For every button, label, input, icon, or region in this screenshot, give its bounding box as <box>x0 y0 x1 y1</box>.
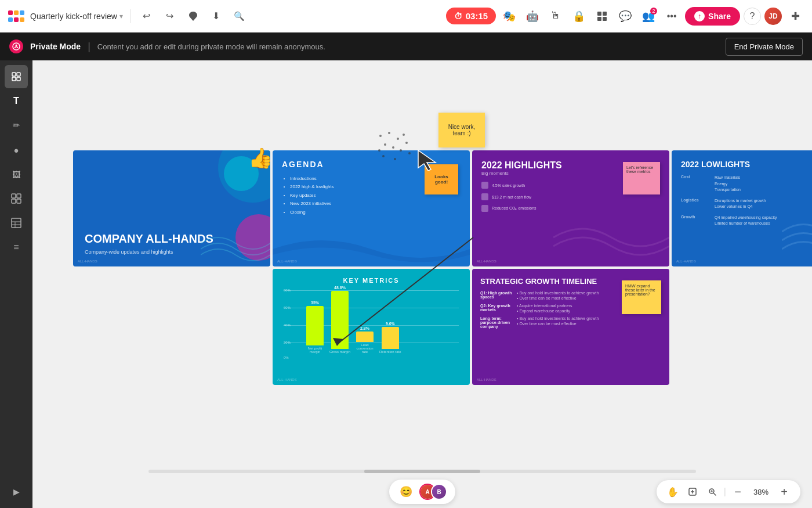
bar-group: 9.0% Retention rate <box>379 322 401 354</box>
users-button[interactable]: 👥 2 <box>639 6 658 26</box>
sidebar-item-text[interactable]: T <box>5 89 28 113</box>
sticky-pink-reference[interactable]: Let's reference these metrics <box>623 162 660 194</box>
nav-right-section: ⏱ 03:15 🎭 🤖 🖱 🔒 💬 👥 2 ••• ↑ Share ? JD <box>446 6 805 26</box>
slides-grid: COMPANY ALL-HANDS Company-wide updates a… <box>73 150 812 385</box>
search-button[interactable]: 🔍 <box>230 7 249 26</box>
user-avatar[interactable]: JD <box>764 8 782 25</box>
floating-sticky-nice-work[interactable]: Nice work, team :) <box>438 113 485 147</box>
chart-bar <box>306 306 324 345</box>
svg-point-28 <box>392 146 394 149</box>
zoom-percentage: 38% <box>749 488 773 496</box>
slide-footer: ALL-HANDS <box>277 378 297 381</box>
private-mode-bar: Private Mode | Content you add or edit d… <box>0 33 812 60</box>
save-button[interactable] <box>184 7 202 26</box>
scrollbar-thumb[interactable] <box>364 470 480 473</box>
grid-view-button[interactable] <box>592 6 612 26</box>
chart-bar <box>331 291 349 349</box>
end-private-mode-button[interactable]: End Private Mode <box>726 38 803 56</box>
slide-key-metrics[interactable]: KEY METRICS 80% 60% 40% 20% 0% <box>273 269 470 385</box>
sidebar-item-list[interactable]: ≡ <box>5 236 28 259</box>
svg-rect-19 <box>17 199 21 203</box>
svg-rect-14 <box>12 77 16 81</box>
cursor-decoration <box>415 147 438 173</box>
growth-row: Long-term: purpose-driven company • Buy … <box>480 316 661 329</box>
scatter-decoration <box>375 130 421 167</box>
robot-button[interactable]: 🤖 <box>523 6 542 26</box>
zoom-separator: | <box>724 487 726 497</box>
wave-decoration <box>201 220 270 266</box>
agenda-item: Closing <box>290 208 461 217</box>
slide-strategic-growth[interactable]: HMW expand these later in the presentati… <box>472 269 669 385</box>
bar-group: 2.8% Lead conversion rate <box>354 326 376 354</box>
zoom-out-button[interactable]: − <box>730 484 746 500</box>
sidebar-item-frames[interactable] <box>5 65 28 88</box>
slide-key-metrics-title: KEY METRICS <box>281 277 462 284</box>
svg-rect-3 <box>8 17 13 22</box>
collaborator-avatars: A B <box>419 484 447 500</box>
chart-bar <box>356 332 374 342</box>
timer-icon: ⏱ <box>454 12 462 21</box>
sidebar-item-more[interactable]: ▶ <box>5 480 28 503</box>
more-options-button[interactable]: ••• <box>662 6 682 26</box>
redo-button[interactable]: ↪ <box>161 7 179 26</box>
lock-button[interactable]: 🔒 <box>569 6 589 26</box>
app-logo[interactable] <box>7 7 26 26</box>
sticky-yellow-hmw[interactable]: HMW expand these later in the presentati… <box>622 280 661 314</box>
timer-button[interactable]: ⏱ 03:15 <box>446 8 496 24</box>
horizontal-scrollbar[interactable] <box>148 470 696 473</box>
slide-highlights[interactable]: Let's reference these metrics 2022 HIGHL… <box>472 150 669 266</box>
svg-rect-4 <box>14 17 19 22</box>
svg-rect-12 <box>12 73 16 76</box>
slide-footer: ALL-HANDS <box>477 260 496 263</box>
svg-point-24 <box>379 135 382 137</box>
slide-company-all-hands[interactable]: COMPANY ALL-HANDS Company-wide updates a… <box>73 150 270 266</box>
share-button[interactable]: ↑ Share <box>685 7 740 26</box>
hand-tool-button[interactable]: ✋ <box>665 484 681 500</box>
svg-point-11 <box>16 45 17 46</box>
comment-button[interactable]: 💬 <box>615 6 635 26</box>
cursor-button[interactable]: 🖱 <box>546 6 566 26</box>
add-collaborator-button[interactable]: ✚ <box>785 6 805 26</box>
bar-group: 35% Net profit margin <box>304 301 326 354</box>
bar-chart: 35% Net profit margin 48.8% Gross margin… <box>304 286 401 354</box>
svg-rect-16 <box>12 194 16 198</box>
svg-point-30 <box>403 134 405 136</box>
private-mode-separator: | <box>88 41 90 53</box>
download-button[interactable]: ⬇ <box>207 7 226 26</box>
highlights-wave <box>553 208 669 266</box>
nav-divider <box>130 9 130 23</box>
fit-to-screen-button[interactable] <box>684 484 701 500</box>
bottom-toolbar: 😊 A B ✋ <box>32 475 812 508</box>
svg-point-26 <box>397 138 399 140</box>
zoom-to-fit-button[interactable] <box>704 484 720 500</box>
svg-rect-1 <box>14 10 19 15</box>
sidebar-item-table[interactable] <box>5 211 28 235</box>
svg-marker-36 <box>418 150 436 171</box>
presentation-mode-button[interactable]: 🎭 <box>499 6 519 26</box>
sidebar-item-shapes[interactable]: ● <box>5 138 28 161</box>
collaborator-avatar-2[interactable]: B <box>431 484 447 500</box>
emoji-reaction-button[interactable]: 😊 <box>397 483 415 500</box>
sidebar-item-draw[interactable]: ✏ <box>5 114 28 137</box>
svg-rect-5 <box>20 17 24 22</box>
help-button[interactable]: ? <box>744 8 761 25</box>
left-sidebar: T ✏ ● 🖼 ≡ ▶ <box>0 60 32 508</box>
lowlight-row: Cost Raw materialsEnergyTransportation <box>681 175 812 193</box>
main-layout: T ✏ ● 🖼 ≡ ▶ Nice work, team :) <box>0 60 812 508</box>
zoom-in-button[interactable]: + <box>776 484 792 500</box>
svg-point-34 <box>408 152 411 154</box>
agenda-item: New 2023 initiatives <box>290 200 461 208</box>
slide-lowlights[interactable]: 2022 LOWLIGHTS Cost Raw materialsEnergyT… <box>672 150 812 266</box>
chart-area: 80% 60% 40% 20% 0% 35% Net profit margin <box>281 287 462 363</box>
thumbsup-decoration: 👍 <box>248 146 273 170</box>
sidebar-item-widgets[interactable] <box>5 187 28 210</box>
canvas-area[interactable]: Nice work, team :) <box>32 60 812 508</box>
svg-point-33 <box>382 155 385 157</box>
slide-agenda[interactable]: Looks good! AGENDA Introductions 2022 hi… <box>273 150 470 266</box>
slide-footer: ALL-HANDS <box>676 260 696 263</box>
undo-button[interactable]: ↩ <box>137 7 156 26</box>
document-title[interactable]: Quarterly kick-off review ▾ <box>30 12 123 21</box>
metric-icon <box>481 182 488 189</box>
empty-slot <box>73 269 270 385</box>
sidebar-item-image[interactable]: 🖼 <box>5 163 28 186</box>
